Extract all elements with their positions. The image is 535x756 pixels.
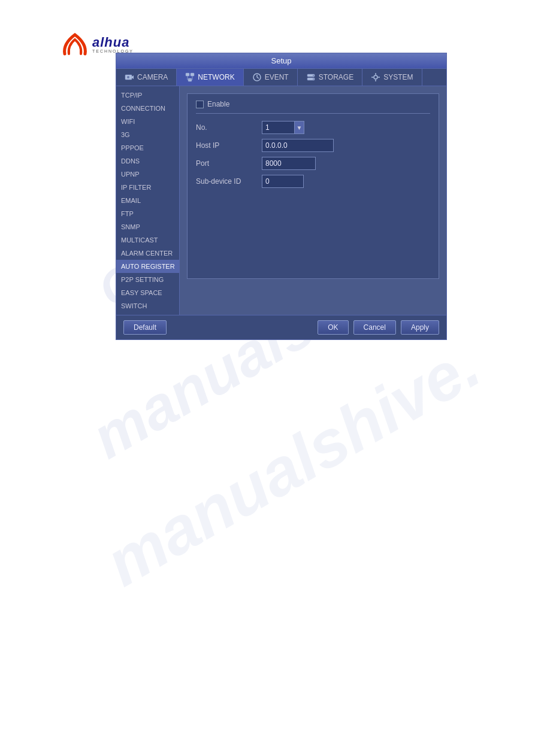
tab-bar: CAMERA NETWORK EVENT (116, 69, 446, 86)
tab-network-label: NETWORK (198, 73, 234, 81)
port-input[interactable] (262, 157, 316, 170)
storage-icon (306, 72, 316, 82)
content-area: TCP/IP CONNECTION WIFI 3G PPPOE DDNS UPN… (116, 86, 446, 315)
logo-icon (60, 29, 90, 59)
sidebar-item-switch[interactable]: SWITCH (116, 299, 179, 312)
brand-name: alhua (92, 35, 134, 50)
sidebar-item-ddns[interactable]: DDNS (116, 154, 179, 168)
enable-row: Enable (196, 100, 430, 114)
sidebar-item-wifi[interactable]: WIFI (116, 115, 179, 128)
tab-system[interactable]: SYSTEM (362, 69, 422, 86)
label-hostip: Host IP (196, 141, 262, 150)
sidebar-item-snmp[interactable]: SNMP (116, 220, 179, 233)
tab-event-label: EVENT (265, 73, 289, 81)
event-icon (252, 72, 262, 82)
network-icon (185, 72, 195, 82)
tab-camera[interactable]: CAMERA (116, 69, 177, 86)
subdeviceid-input[interactable] (262, 175, 304, 188)
ok-button[interactable]: OK (318, 320, 348, 335)
svg-rect-4 (191, 73, 194, 76)
no-dropdown-arrow[interactable]: ▼ (295, 121, 304, 134)
form-row-port: Port (196, 157, 430, 170)
form-section: Enable No. ▼ Host IP Port (187, 93, 439, 279)
tab-storage[interactable]: STORAGE (298, 69, 362, 86)
sidebar-item-upnp[interactable]: UPNP (116, 168, 179, 181)
form-row-subdeviceid: Sub-device ID (196, 175, 430, 188)
tab-storage-label: STORAGE (319, 73, 353, 81)
default-button[interactable]: Default (123, 320, 167, 335)
no-input-group: ▼ (262, 121, 304, 134)
sidebar-item-p2psetting[interactable]: P2P SETTING (116, 273, 179, 286)
label-no: No. (196, 123, 262, 132)
svg-point-16 (374, 75, 377, 79)
svg-rect-3 (186, 73, 189, 76)
tab-network[interactable]: NETWORK (177, 69, 243, 86)
form-row-no: No. ▼ (196, 121, 430, 134)
label-port: Port (196, 159, 262, 168)
sidebar-item-autoregister[interactable]: AUTO REGISTER (116, 260, 179, 273)
action-buttons: OK Cancel Apply (318, 320, 439, 335)
svg-point-2 (127, 76, 129, 78)
svg-line-11 (257, 77, 259, 78)
cancel-button[interactable]: Cancel (353, 320, 396, 335)
svg-point-15 (313, 78, 314, 80)
tab-camera-label: CAMERA (137, 73, 168, 81)
form-row-hostip: Host IP (196, 139, 430, 152)
main-panel: Enable No. ▼ Host IP Port (180, 86, 446, 315)
watermark-3: manualshive. (95, 331, 490, 597)
system-icon (371, 72, 380, 82)
svg-marker-1 (132, 75, 134, 79)
setup-title: Setup (271, 56, 292, 65)
sidebar-item-email[interactable]: EMAIL (116, 194, 179, 207)
sidebar-item-multicast[interactable]: MULTICAST (116, 233, 179, 247)
sidebar-item-ftp[interactable]: FTP (116, 207, 179, 220)
sidebar-item-alarmcenter[interactable]: ALARM CENTER (116, 247, 179, 260)
sidebar-item-ipfilter[interactable]: IP FILTER (116, 181, 179, 194)
setup-header: Setup (116, 53, 446, 69)
sidebar-item-3g[interactable]: 3G (116, 128, 179, 141)
label-subdeviceid: Sub-device ID (196, 177, 262, 186)
bottom-bar: Default OK Cancel Apply (116, 315, 446, 339)
sidebar-item-connection[interactable]: CONNECTION (116, 102, 179, 115)
tab-event[interactable]: EVENT (244, 69, 298, 86)
svg-point-14 (313, 75, 314, 76)
enable-checkbox[interactable] (196, 101, 204, 108)
no-input[interactable] (262, 121, 295, 134)
camera-icon (125, 72, 134, 82)
sidebar-item-pppoe[interactable]: PPPOE (116, 141, 179, 154)
sidebar-item-easyspace[interactable]: EASY SPACE (116, 286, 179, 299)
hostip-input[interactable] (262, 139, 334, 152)
enable-label: Enable (207, 100, 229, 108)
tab-system-label: SYSTEM (383, 73, 413, 81)
sidebar-item-tcpip[interactable]: TCP/IP (116, 89, 179, 102)
main-container: Setup CAMERA NETWORK (116, 53, 447, 340)
sidebar: TCP/IP CONNECTION WIFI 3G PPPOE DDNS UPN… (116, 86, 180, 315)
apply-button[interactable]: Apply (401, 320, 439, 335)
